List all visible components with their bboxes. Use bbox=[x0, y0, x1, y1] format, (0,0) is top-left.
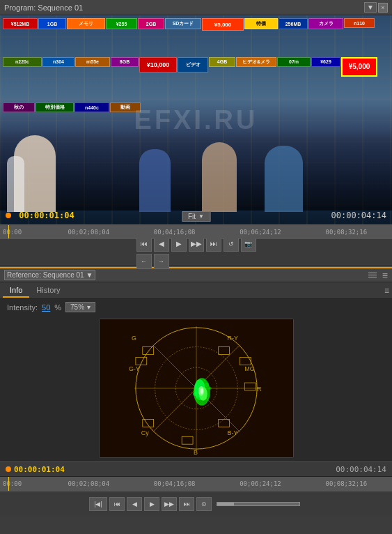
intensity-value[interactable]: 50 bbox=[42, 303, 50, 312]
transport-group: ⏮ ◀ ▶ ▶▶ ⏭ ↺ 📷 ← → bbox=[136, 236, 256, 269]
vectorscope-svg: R-Y R MG B-Y B Cy G-Y G bbox=[100, 319, 293, 457]
svg-text:R-Y: R-Y bbox=[227, 335, 237, 342]
tick-2: 00;04;16;08 bbox=[132, 229, 217, 236]
bottom-btn-end[interactable]: ⏭ bbox=[179, 497, 194, 511]
sign-7: ¥5,000 bbox=[202, 18, 244, 31]
top-panel-header: Program: Sequence 01 ▼ × bbox=[0, 0, 392, 15]
vectorscope: R-Y R MG B-Y B Cy G-Y G bbox=[99, 319, 294, 458]
tabs-row: Info History ≡ bbox=[0, 282, 392, 299]
timecode-right-top: 00:00:04:14 bbox=[331, 211, 386, 220]
intensity-label: Intensity: bbox=[7, 303, 38, 312]
vectorscope-container: R-Y R MG B-Y B Cy G-Y G bbox=[0, 315, 392, 461]
bottom-btn-prev[interactable]: ⏮ bbox=[109, 497, 125, 511]
video-preview: ¥512MB 1GB メモリ ¥255 2GB SDカード ¥5,000 特価 … bbox=[0, 15, 392, 224]
sign-14: m55e bbox=[75, 57, 110, 67]
timecode-left-bottom: 00:00:01:04 bbox=[14, 465, 65, 474]
svg-point-29 bbox=[208, 387, 211, 390]
sign-18: 4GB bbox=[209, 57, 235, 67]
person-4 bbox=[265, 146, 303, 212]
scene-shadow bbox=[0, 127, 392, 211]
bottom-ruler-ticks: 00:00 00;02;08;04 00;04;16;08 00;06;24;1… bbox=[0, 477, 392, 491]
video-frame: ¥512MB 1GB メモリ ¥255 2GB SDカード ¥5,000 特価 … bbox=[0, 15, 392, 224]
timecode-dot-bottom bbox=[6, 466, 11, 472]
sign-19: ヒデオ&メラ bbox=[236, 57, 276, 67]
bottom-btn-play[interactable]: ▶ bbox=[144, 497, 159, 511]
sign-21: ¥629 bbox=[311, 57, 340, 67]
sign-20: 07m bbox=[277, 57, 311, 67]
top-timeline-ruler: 00:00 00;02;08;04 00;04;16;08 00;06;24;1… bbox=[0, 224, 392, 238]
sign-13: n304 bbox=[42, 57, 75, 67]
bottom-transport: |◀| ⏮ ◀ ▶ ▶▶ ⏭ ⊙ bbox=[0, 491, 392, 516]
top-panel-close[interactable]: × bbox=[378, 3, 388, 13]
bottom-btn-back[interactable]: ◀ bbox=[127, 497, 142, 511]
fit-dropdown-arrow: ▼ bbox=[198, 213, 204, 220]
tick-1: 00;02;08;04 bbox=[46, 229, 132, 236]
sign-24: 特別価格 bbox=[36, 102, 74, 112]
tick-4: 00;08;32;16 bbox=[304, 229, 389, 236]
panel-expand-icon[interactable]: ≡ bbox=[382, 270, 388, 281]
zoom-dropdown[interactable]: 75% ▾ bbox=[65, 302, 95, 312]
svg-point-27 bbox=[204, 383, 208, 387]
shirt-1 bbox=[7, 156, 24, 212]
tick-3: 00;06;24;12 bbox=[217, 229, 303, 236]
tabs-menu-btn[interactable]: ≡ bbox=[384, 286, 389, 296]
svg-text:G: G bbox=[131, 335, 136, 342]
fit-dropdown[interactable]: Fit ▼ bbox=[182, 211, 210, 222]
top-playhead[interactable] bbox=[8, 225, 9, 238]
btick-3: 00;06;24;12 bbox=[217, 480, 303, 487]
video-signs: ¥512MB 1GB メモリ ¥255 2GB SDカード ¥5,000 特価 … bbox=[0, 15, 392, 141]
sign-11: n110 bbox=[344, 18, 375, 28]
tab-history[interactable]: History bbox=[29, 284, 67, 298]
btn-trim-back[interactable]: ← bbox=[136, 254, 152, 269]
bottom-panel-header: Reference: Sequence 01 ▼ ≡ bbox=[0, 267, 392, 282]
tab-info[interactable]: Info bbox=[3, 284, 29, 298]
bottom-btn-fwd[interactable]: ▶▶ bbox=[162, 497, 177, 511]
person-3 bbox=[202, 142, 237, 212]
btick-4: 00;08;32;16 bbox=[304, 480, 389, 487]
btick-1: 00;02;08;04 bbox=[46, 480, 132, 487]
sign-9: 256MB bbox=[279, 18, 308, 29]
timecode-right-bottom: 00:00:04:14 bbox=[336, 465, 386, 474]
svg-point-31 bbox=[203, 401, 205, 404]
timecode-left-top: 00:00:01:04 bbox=[6, 211, 75, 220]
bottom-playhead[interactable] bbox=[8, 477, 9, 491]
sign-3: メモリ bbox=[67, 18, 105, 29]
sign-22: ¥5,000 bbox=[341, 57, 377, 77]
svg-text:B: B bbox=[194, 449, 198, 456]
sign-1: ¥512MB bbox=[3, 18, 38, 29]
top-panel: Program: Sequence 01 ▼ × ¥512MB 1GB メモリ … bbox=[0, 0, 392, 267]
svg-text:R: R bbox=[257, 386, 262, 392]
tick-0: 00:00 bbox=[3, 229, 46, 236]
sign-23: 秋の bbox=[3, 102, 35, 112]
bottom-panel: Reference: Sequence 01 ▼ ≡ Info History … bbox=[0, 267, 392, 516]
scrub-bar[interactable] bbox=[217, 502, 300, 506]
svg-point-32 bbox=[193, 392, 197, 396]
sign-4: ¥255 bbox=[106, 18, 137, 29]
bottom-panel-dropdown[interactable]: Reference: Sequence 01 ▼ bbox=[4, 270, 95, 280]
sign-16: ¥10,000 bbox=[139, 57, 177, 73]
btick-2: 00;04;16;08 bbox=[132, 480, 217, 487]
top-panel-title: Program: Sequence 01 bbox=[4, 3, 361, 12]
person-2 bbox=[139, 149, 171, 212]
svg-text:G-Y: G-Y bbox=[128, 365, 139, 372]
svg-point-28 bbox=[196, 397, 199, 400]
bottom-btn-circle[interactable]: ⊙ bbox=[196, 497, 212, 511]
transport-row-2: ← → bbox=[136, 254, 256, 269]
btick-0: 00:00 bbox=[3, 480, 46, 487]
bottom-btn-trim[interactable]: |◀| bbox=[89, 497, 107, 511]
intensity-unit: % bbox=[54, 303, 61, 312]
top-transport: ⏮ ◀ ▶ ▶▶ ⏭ ↺ 📷 ← → bbox=[0, 238, 392, 266]
top-panel-dropdown[interactable]: ▼ bbox=[364, 2, 377, 13]
sign-26: 動画 bbox=[110, 102, 141, 112]
svg-point-33 bbox=[206, 394, 209, 397]
sign-6: SDカード bbox=[165, 18, 201, 29]
sign-2: 1GB bbox=[38, 18, 66, 29]
intensity-row: Intensity: 50 % 75% ▾ bbox=[0, 299, 392, 315]
timecode-dot-top bbox=[6, 213, 11, 218]
top-ruler-ticks: 00:00 00;02;08;04 00;04;16;08 00;06;24;1… bbox=[0, 225, 392, 238]
svg-text:MG: MG bbox=[244, 365, 254, 372]
btn-trim-fwd[interactable]: → bbox=[154, 254, 169, 269]
svg-text:B-Y: B-Y bbox=[227, 429, 237, 436]
sign-17: ビデオ bbox=[178, 57, 208, 73]
panel-menu-icon[interactable] bbox=[367, 271, 378, 279]
